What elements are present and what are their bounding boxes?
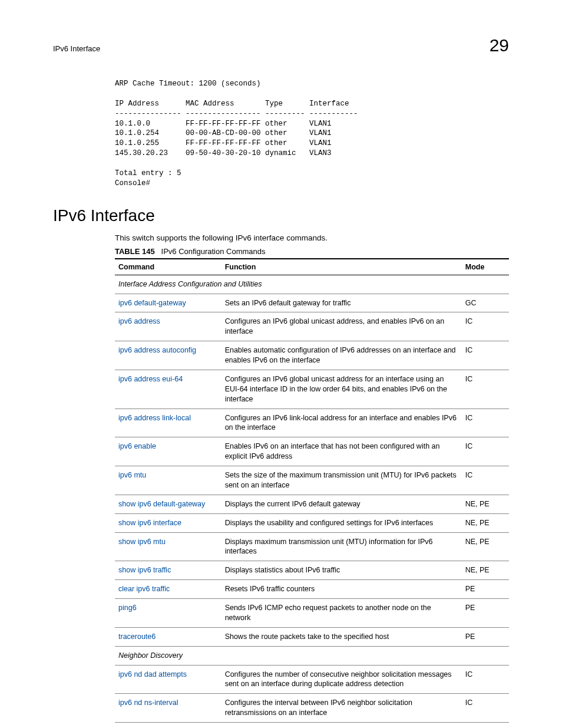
command-link[interactable]: show ipv6 traffic — [118, 566, 171, 574]
table-row: traceroute6Shows the route packets take … — [115, 627, 509, 646]
mode-cell: PE — [462, 599, 509, 628]
function-cell: Configures the interval between IPv6 nei… — [222, 694, 462, 723]
command-link[interactable]: show ipv6 default-gateway — [118, 500, 205, 508]
table-section-label: Interface Address Configuration and Util… — [115, 275, 509, 294]
table-row: show ipv6 interfaceDisplays the usabilit… — [115, 513, 509, 532]
command-link[interactable]: ipv6 default-gateway — [118, 299, 186, 307]
table-section-row: Interface Address Configuration and Util… — [115, 275, 509, 294]
command-cell: ipv6 mtu — [115, 466, 222, 495]
command-cell: show ipv6 mtu — [115, 532, 222, 561]
table-row: ipv6 mtuSets the size of the maximum tra… — [115, 466, 509, 495]
header-chapter-number: 29 — [490, 35, 509, 55]
mode-cell: NE, PE — [462, 513, 509, 532]
table-section-row: Neighbor Discovery — [115, 646, 509, 665]
command-link[interactable]: ipv6 address eui-64 — [118, 375, 183, 383]
command-cell: show ipv6 traffic — [115, 561, 222, 580]
table-row: ipv6 address link-localConfigures an IPv… — [115, 409, 509, 437]
table-label: TABLE 145 — [115, 247, 155, 256]
command-cell: traceroute6 — [115, 627, 222, 646]
mode-cell: IC — [462, 312, 509, 341]
function-cell: Displays the usability and configured se… — [222, 513, 462, 532]
function-cell: Displays statistics about IPv6 traffic — [222, 561, 462, 580]
command-cell: ipv6 address autoconfig — [115, 341, 222, 370]
command-link[interactable]: ipv6 nd dad attempts — [118, 670, 187, 678]
table-row: ipv6 address eui-64Configures an IPv6 gl… — [115, 370, 509, 409]
table-row: show ipv6 default-gatewayDisplays the cu… — [115, 495, 509, 513]
function-cell: Sets the size of the maximum transmissio… — [222, 466, 462, 495]
table-row: ipv6 default-gatewaySets an IPv6 default… — [115, 294, 509, 312]
function-cell: Sends IPv6 ICMP echo request packets to … — [222, 599, 462, 628]
header-section-name: IPv6 Interface — [53, 44, 100, 53]
table-caption: TABLE 145 IPv6 Configuration Commands — [115, 247, 509, 256]
mode-cell: IC — [462, 409, 509, 437]
command-cell: ipv6 address link-local — [115, 409, 222, 437]
table-row: show ipv6 mtuDisplays maximum transmissi… — [115, 532, 509, 561]
table-title: IPv6 Configuration Commands — [161, 247, 266, 256]
function-cell: Configures an IPv6 global unicast addres… — [222, 312, 462, 341]
table-row: ipv6 nd dad attemptsConfigures the numbe… — [115, 665, 509, 694]
command-cell: show ipv6 default-gateway — [115, 495, 222, 513]
command-link[interactable]: ipv6 nd ns-interval — [118, 699, 178, 707]
mode-cell: IC — [462, 694, 509, 723]
table-row: ipv6 address autoconfigEnables automatic… — [115, 341, 509, 370]
command-link[interactable]: ipv6 address link-local — [118, 414, 191, 422]
th-command: Command — [115, 259, 222, 275]
command-link[interactable]: show ipv6 interface — [118, 519, 181, 527]
function-cell: Enables automatic configuration of IPv6 … — [222, 341, 462, 370]
table-row: ipv6 nd ns-intervalConfigures the interv… — [115, 694, 509, 723]
mode-cell: NE, PE — [462, 532, 509, 561]
command-cell: ipv6 nd ns-interval — [115, 694, 222, 723]
command-link[interactable]: ipv6 address — [118, 317, 160, 325]
function-cell: Enables IPv6 on an interface that has no… — [222, 437, 462, 466]
command-link[interactable]: ipv6 address autoconfig — [118, 346, 196, 354]
command-link[interactable]: show ipv6 mtu — [118, 538, 166, 546]
mode-cell: PE — [462, 580, 509, 599]
table-row: ipv6 enableEnables IPv6 on an interface … — [115, 437, 509, 466]
command-cell: ipv6 address eui-64 — [115, 370, 222, 409]
command-link[interactable]: traceroute6 — [118, 633, 156, 641]
commands-table: Command Function Mode Interface Address … — [115, 258, 509, 723]
th-mode: Mode — [462, 259, 509, 275]
command-cell: ipv6 address — [115, 312, 222, 341]
mode-cell: IC — [462, 665, 509, 694]
table-section-label: Neighbor Discovery — [115, 646, 509, 665]
table-row: clear ipv6 trafficResets IPv6 traffic co… — [115, 580, 509, 599]
command-cell: ping6 — [115, 599, 222, 628]
page: IPv6 Interface 29 ARP Cache Timeout: 120… — [0, 0, 562, 728]
function-cell: Resets IPv6 traffic counters — [222, 580, 462, 599]
section-heading: IPv6 Interface — [53, 206, 509, 225]
table-row: ping6Sends IPv6 ICMP echo request packet… — [115, 599, 509, 628]
function-cell: Displays the current IPv6 default gatewa… — [222, 495, 462, 513]
function-cell: Shows the route packets take to the spec… — [222, 627, 462, 646]
command-link[interactable]: ipv6 enable — [118, 442, 156, 450]
running-header: IPv6 Interface 29 — [53, 35, 509, 55]
function-cell: Configures the number of consecutive nei… — [222, 665, 462, 694]
function-cell: Configures an IPv6 link-local address fo… — [222, 409, 462, 437]
table-row: show ipv6 trafficDisplays statistics abo… — [115, 561, 509, 580]
mode-cell: IC — [462, 466, 509, 495]
command-cell: clear ipv6 traffic — [115, 580, 222, 599]
command-cell: ipv6 default-gateway — [115, 294, 222, 312]
th-function: Function — [222, 259, 462, 275]
command-cell: ipv6 nd dad attempts — [115, 665, 222, 694]
mode-cell: PE — [462, 627, 509, 646]
function-cell: Configures an IPv6 global unicast addres… — [222, 370, 462, 409]
command-cell: ipv6 enable — [115, 437, 222, 466]
mode-cell: NE, PE — [462, 561, 509, 580]
intro-paragraph: This switch supports the following IPv6 … — [115, 233, 509, 242]
mode-cell: IC — [462, 341, 509, 370]
mode-cell: GC — [462, 294, 509, 312]
mode-cell: NE, PE — [462, 495, 509, 513]
table-header-row: Command Function Mode — [115, 259, 509, 275]
command-link[interactable]: ping6 — [118, 604, 137, 612]
console-output: ARP Cache Timeout: 1200 (seconds) IP Add… — [115, 79, 509, 189]
function-cell: Displays maximum transmission unit (MTU)… — [222, 532, 462, 561]
mode-cell: IC — [462, 370, 509, 409]
command-link[interactable]: ipv6 mtu — [118, 471, 146, 479]
command-cell: show ipv6 interface — [115, 513, 222, 532]
table-row: ipv6 addressConfigures an IPv6 global un… — [115, 312, 509, 341]
command-link[interactable]: clear ipv6 traffic — [118, 585, 170, 593]
function-cell: Sets an IPv6 default gateway for traffic — [222, 294, 462, 312]
mode-cell: IC — [462, 437, 509, 466]
